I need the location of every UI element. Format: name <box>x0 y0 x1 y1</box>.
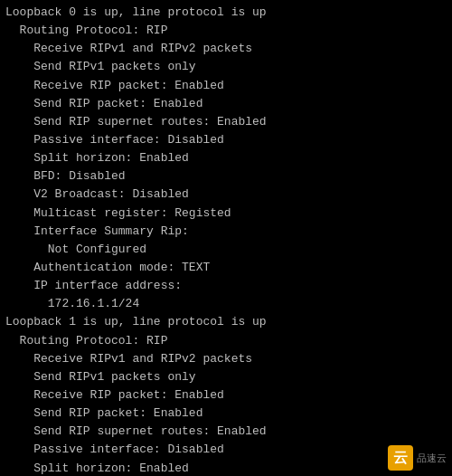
terminal-line: Split horizon: Enabled <box>5 460 447 476</box>
terminal-line: IP interface address: <box>5 277 447 295</box>
terminal-line: V2 Broadcast: Disabled <box>5 186 447 204</box>
terminal-line: Send RIP packet: Enabled <box>5 95 447 113</box>
terminal-line: Receive RIP packet: Enabled <box>5 386 447 405</box>
terminal-line: Authentication mode: TEXT <box>5 259 447 277</box>
terminal-line: Send RIP supernet routes: Enabled <box>5 423 447 441</box>
terminal-line: Passive interface: Disabled <box>5 131 447 149</box>
watermark: 云 品速云 <box>388 445 447 471</box>
terminal-line: Receive RIPv1 and RIPv2 packets <box>5 350 447 368</box>
terminal-line: Receive RIP packet: Enabled <box>5 77 447 95</box>
terminal-line: Send RIPv1 packets only <box>5 368 447 386</box>
watermark-icon: 云 <box>388 445 413 471</box>
terminal-line: Split horizon: Enabled <box>5 149 447 167</box>
terminal-line: Send RIP supernet routes: Enabled <box>5 113 447 131</box>
terminal-line: Send RIP packet: Enabled <box>5 405 447 423</box>
terminal-line: Interface Summary Rip: <box>5 223 447 241</box>
terminal-line: Routing Protocol: RIP <box>5 332 447 350</box>
terminal-line: Loopback 0 is up, line protocol is up <box>5 4 447 22</box>
terminal-line: Send RIPv1 packets only <box>5 58 447 76</box>
watermark-text: 品速云 <box>417 452 447 465</box>
terminal-line: 172.16.1.1/24 <box>5 295 447 313</box>
terminal-line: Multicast register: Registed <box>5 205 447 223</box>
terminal-line: Receive RIPv1 and RIPv2 packets <box>5 40 447 58</box>
terminal-line: Not Configured <box>5 241 447 259</box>
terminal-line: Routing Protocol: RIP <box>5 22 447 40</box>
terminal-window: Loopback 0 is up, line protocol is up Ro… <box>0 0 452 476</box>
terminal-line: Passive interface: Disabled <box>5 441 447 459</box>
terminal-line: Loopback 1 is up, line protocol is up <box>5 313 447 331</box>
terminal-line: BFD: Disabled <box>5 167 447 186</box>
